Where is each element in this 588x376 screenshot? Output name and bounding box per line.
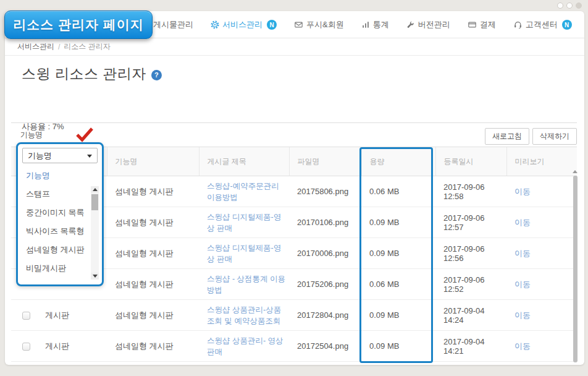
post-title-link[interactable]: 스윙샵 - 상점통계 이용방법 — [207, 273, 289, 296]
nav-label: 통계 — [373, 19, 389, 30]
post-title-link[interactable]: 스윙샵 디지털제품-영상 판매 — [207, 242, 289, 265]
feature-dropdown-select[interactable]: 기능명 — [22, 148, 98, 163]
filename-cell: 20172804.png — [289, 300, 361, 331]
nav-item-customer-center[interactable]: 고객센터 N — [513, 19, 572, 30]
scroll-up-icon[interactable] — [573, 170, 578, 173]
dropdown-scrollbar[interactable] — [91, 186, 99, 280]
size-cell: 0.06 MB — [361, 269, 435, 300]
category-cell: 게시판 — [37, 331, 107, 362]
window-close-dot[interactable] — [576, 2, 582, 9]
header-preview: 미리보기 — [506, 147, 577, 176]
annotation-callout: 리소스 관리자 페이지 — [4, 11, 153, 39]
breadcrumb-parent[interactable]: 서비스관리 — [17, 41, 54, 52]
size-cell: 0.09 MB — [361, 207, 435, 238]
post-title-link[interactable]: 스윙샵-예약주문관리 이용방법 — [207, 181, 289, 203]
feature-cell: 섬네일형 게시판 — [107, 331, 199, 362]
post-title-link[interactable]: 스윙샵 디지털제품-영상 판매 — [207, 212, 289, 234]
dropdown-option[interactable]: 기능명 — [18, 166, 85, 185]
nav-label: 서비스관리 — [222, 19, 262, 30]
nav-item-push-members[interactable]: 푸시&회원 — [294, 19, 344, 30]
delete-button[interactable]: 삭제하기 — [532, 128, 577, 145]
move-link[interactable]: 이동 — [514, 218, 531, 227]
row-checkbox[interactable] — [22, 343, 30, 351]
dropdown-option[interactable]: 스탬프 — [18, 185, 85, 203]
size-cell: 0.06 MB — [361, 176, 435, 207]
size-cell: 0.09 MB — [361, 300, 435, 331]
feature-cell: 섬네일형 게시판 — [107, 176, 199, 207]
filename-cell: 20172504.png — [289, 331, 361, 362]
envelope-icon — [294, 20, 303, 29]
new-badge: N — [562, 20, 572, 30]
post-title-link[interactable]: 스윙샵 상품관리- 영상판매 — [207, 335, 289, 357]
page-title: 스윙 리소스 관리자 — [22, 64, 146, 83]
table-scrollbar[interactable] — [573, 176, 578, 362]
date-cell: 2017-09-04 14:21 — [435, 331, 506, 362]
nav-item-version-management[interactable]: 버전관리 — [406, 19, 450, 30]
dropdown-option[interactable]: 섬네일형 게시판 — [18, 241, 85, 259]
move-link[interactable]: 이동 — [514, 249, 531, 258]
breadcrumb: 서비스관리 / 리소스 관리자 — [5, 38, 584, 56]
refresh-button[interactable]: 새로고침 — [485, 128, 529, 145]
gear-icon — [211, 20, 219, 29]
nav-label: 고객센터 — [526, 19, 558, 30]
nav-label: 게시물관리 — [153, 19, 193, 30]
dropdown-selected-value: 기능명 — [28, 150, 52, 161]
nav-item-posts[interactable]: 게시물관리 — [153, 19, 193, 30]
feature-cell: 섬네일형 게시판 — [107, 207, 199, 238]
move-link[interactable]: 이동 — [514, 280, 531, 289]
header-feature: 기능명 — [107, 147, 199, 176]
size-cell: 0.09 MB — [361, 238, 435, 269]
nav-label: 버전관리 — [418, 19, 450, 30]
scroll-down-icon[interactable] — [91, 273, 99, 280]
date-cell: 2017-09-04 14:24 — [435, 300, 506, 331]
nav-item-statistics[interactable]: 통계 — [361, 19, 389, 30]
new-badge: N — [267, 20, 277, 30]
table-row: 게시판 섬네일형 게시판 스윙샵 상품관리-상품조회 및 예약상품조회 2017… — [11, 300, 577, 331]
help-icon[interactable]: ? — [151, 70, 162, 80]
headset-icon — [513, 20, 523, 29]
dropdown-option[interactable]: 비밀게시판 — [18, 259, 85, 278]
nav-item-service-management[interactable]: 서비스관리 N — [211, 19, 277, 30]
nav-items: 게시물관리 서비스관리 N 푸시&회원 — [153, 11, 572, 38]
filename-cell: 20170006.png — [289, 238, 361, 269]
size-cell: 0.09 MB — [361, 331, 435, 362]
main-window: 게시물관리 서비스관리 N 푸시&회원 — [5, 11, 584, 365]
chevron-down-icon — [87, 155, 92, 158]
breadcrumb-current: 리소스 관리자 — [64, 41, 110, 52]
header-post-title: 게시글 제목 — [199, 147, 289, 176]
date-cell: 2017-09-06 12:56 — [435, 238, 506, 269]
wrench-icon — [406, 20, 415, 29]
move-link[interactable]: 이동 — [514, 187, 531, 196]
scrollbar-thumb[interactable] — [91, 194, 98, 210]
credit-card-icon — [468, 20, 477, 29]
window-maximize-dot[interactable] — [566, 2, 573, 9]
bar-chart-icon — [361, 20, 370, 29]
date-cell: 2017-09-06 12:58 — [435, 176, 506, 207]
table-row: 게시판 섬네일형 게시판 스윙샵 상품관리- 영상판매 20172504.png… — [11, 331, 577, 362]
header-size: 용량 — [361, 147, 435, 176]
move-link[interactable]: 이동 — [514, 341, 531, 351]
annotation-callout-label: 리소스 관리자 페이지 — [13, 16, 144, 33]
feature-cell: 섬네일형 게시판 — [107, 269, 199, 300]
nav-label: 푸시&회원 — [306, 19, 344, 30]
filename-cell: 20175206.png — [289, 269, 361, 300]
window-controls — [557, 2, 582, 9]
feature-cell: 섬네일형 게시판 — [107, 300, 199, 331]
header-date: 등록일시 — [435, 147, 506, 176]
category-cell: 게시판 — [37, 300, 107, 331]
nav-label: 결제 — [480, 19, 496, 30]
move-link[interactable]: 이동 — [514, 310, 531, 320]
feature-cell: 섬네일형 게시판 — [107, 238, 199, 269]
date-cell: 2017-09-06 12:52 — [435, 269, 506, 300]
dropdown-option[interactable]: 빅사이즈 목록형 — [18, 222, 85, 241]
breadcrumb-separator: / — [58, 43, 60, 51]
post-title-link[interactable]: 스윙샵 상품관리-상품조회 및 예약상품조회 — [207, 304, 289, 327]
row-checkbox[interactable] — [22, 312, 30, 320]
filename-cell: 20175806.png — [289, 176, 361, 207]
filename-cell: 20170106.png — [289, 207, 361, 238]
nav-item-payment[interactable]: 결제 — [468, 19, 496, 30]
feature-dropdown-panel: 기능명 기능명 스탬프 중간이미지 목록형 빅사이즈 목록형 섬네일형 게시판 … — [16, 142, 104, 286]
scroll-up-icon[interactable] — [91, 186, 99, 193]
dropdown-option[interactable]: 중간이미지 목록형 — [18, 203, 85, 222]
window-minimize-dot[interactable] — [557, 2, 563, 9]
